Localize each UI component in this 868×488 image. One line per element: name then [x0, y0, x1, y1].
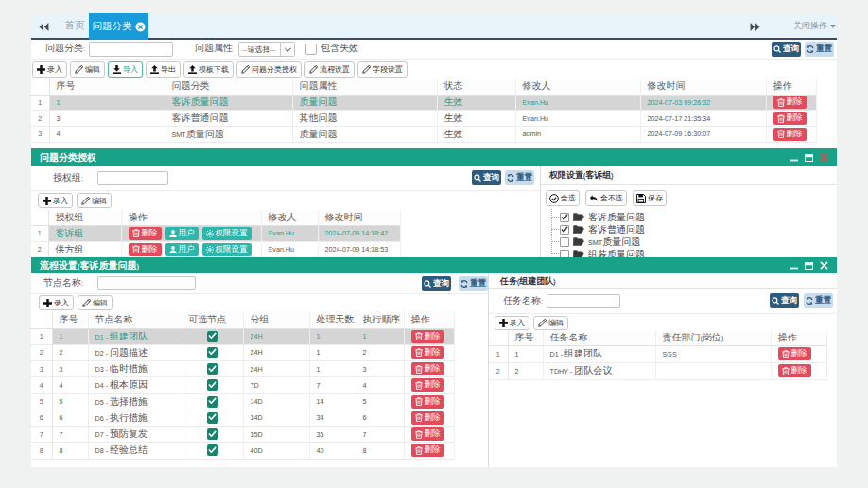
optional-node-checkbox[interactable]	[207, 444, 218, 456]
flow-reset-button[interactable]: 重置	[459, 276, 488, 291]
tree-node[interactable]: SMT质量问题	[560, 235, 837, 248]
task-reset-button[interactable]: 重置	[804, 293, 833, 308]
auth-query-button[interactable]: 查询	[472, 170, 501, 185]
flow-edit-button[interactable]: 编辑	[78, 295, 113, 310]
toolbar-export-button[interactable]: 导出	[146, 61, 181, 78]
table-row[interactable]: 2 2 D2 - 问题描述 24H 1 2 删除	[31, 344, 454, 360]
delete-button[interactable]: 删除	[773, 112, 807, 125]
permission-panel: 权限设置(客诉组) 全选全不选保存 客诉质量问题 客诉普通问题 SMT质量问题 …	[541, 166, 837, 257]
table-row[interactable]: 3 3 D3 - 临时措施 24H 1 3 删除	[31, 361, 454, 377]
include-invalid-checkbox[interactable]	[305, 44, 317, 55]
perm-button[interactable]: 权限设置	[202, 243, 252, 256]
toolbar-field-setting-button[interactable]: 字段设置	[357, 61, 408, 78]
table-row[interactable]: 3 4 SMT质量问题 质量问题 生效 admin 2024-07-09 16:…	[31, 126, 816, 142]
toolbar-edit-button[interactable]: 编辑	[70, 61, 105, 78]
flow-query-button[interactable]: 查询	[422, 276, 451, 291]
table-row[interactable]: 1 1 D1 - 组建团队 SGS 删除	[489, 345, 826, 362]
delete-button[interactable]: 删除	[411, 411, 444, 425]
node-name-input[interactable]	[97, 276, 196, 290]
scroll-tabs-left-icon[interactable]	[39, 23, 49, 31]
delete-button[interactable]: 删除	[129, 243, 162, 256]
tree-node[interactable]: 组装质量问题	[560, 248, 837, 257]
tree-checkbox[interactable]	[560, 250, 569, 258]
tree-checkbox[interactable]	[560, 237, 569, 247]
delete-button[interactable]: 删除	[778, 347, 811, 360]
table-row[interactable]: 2 供方组 删除用户权限设置 Evan.Hu 2024-07-09 14:38:…	[31, 241, 400, 257]
check-icon	[561, 226, 568, 233]
perm-button[interactable]: 权限设置	[202, 227, 252, 240]
optional-node-checkbox[interactable]	[207, 379, 218, 391]
delete-button[interactable]: 删除	[411, 444, 444, 457]
task-query-button[interactable]: 查询	[770, 293, 799, 308]
optional-node-checkbox[interactable]	[207, 428, 218, 440]
cell-node-name: D4 - 根本原因	[88, 377, 182, 393]
tab-problem-category[interactable]: 问题分类	[89, 13, 148, 40]
table-row[interactable]: 5 5 D5 - 选择措施 14D 14 5 删除	[31, 393, 454, 410]
delete-button[interactable]: 删除	[411, 362, 444, 375]
auth-group-input[interactable]	[97, 171, 168, 185]
category-input[interactable]	[89, 42, 173, 57]
select-all-button[interactable]: 全选	[546, 190, 580, 206]
table-row[interactable]: 8 8 D8 - 经验总结 40D 40 8 删除	[31, 443, 454, 459]
delete-button[interactable]: 删除	[129, 227, 162, 240]
optional-node-checkbox[interactable]	[207, 331, 218, 342]
close-icon[interactable]	[820, 153, 828, 162]
table-row[interactable]: 1 客诉组 删除用户权限设置 Evan.Hu 2024-07-09 14:38:…	[31, 225, 400, 241]
flow-dialog-titlebar[interactable]: 流程设置(客诉质量问题)	[31, 257, 837, 273]
attribute-select[interactable]: ---请选择---	[238, 42, 295, 57]
tree-node[interactable]: 客诉普通问题	[560, 223, 837, 235]
user-button[interactable]: 用户	[165, 227, 199, 240]
toolbar-flow-setting-button[interactable]: 流程设置	[304, 61, 355, 78]
delete-button[interactable]: 删除	[411, 395, 444, 409]
row-number-cell: 4	[31, 377, 52, 393]
toolbar-template-download-button[interactable]: 模板下载	[183, 61, 234, 78]
user-button[interactable]: 用户	[165, 243, 199, 256]
delete-button[interactable]: 删除	[773, 96, 807, 109]
optional-node-checkbox[interactable]	[207, 412, 218, 424]
table-row[interactable]: 1 1 客诉质量问题 质量问题 生效 Evan.Hu 2024-07-03 09…	[31, 95, 816, 111]
delete-button[interactable]: 删除	[411, 427, 444, 441]
optional-node-checkbox[interactable]	[207, 363, 218, 375]
toolbar-add-button[interactable]: 录入	[32, 61, 67, 78]
reset-button[interactable]: 重置	[805, 42, 834, 57]
delete-button[interactable]: 删除	[411, 378, 444, 392]
tree-node[interactable]: 客诉质量问题	[560, 211, 837, 223]
minimize-icon[interactable]	[790, 262, 798, 270]
deselect-all-button[interactable]: 全不选	[585, 190, 627, 206]
tab-close-icon[interactable]	[135, 22, 146, 32]
tree-checkbox[interactable]	[560, 225, 569, 235]
auth-reset-button[interactable]: 重置	[505, 170, 534, 185]
auth-dialog-titlebar[interactable]: 问题分类授权	[31, 148, 837, 166]
delete-button[interactable]: 删除	[411, 346, 444, 359]
table-row[interactable]: 1 1 D1 - 组建团队 24H 1 1 删除	[31, 328, 454, 344]
auth-add-button[interactable]: 录入	[38, 193, 73, 208]
delete-button[interactable]: 删除	[773, 128, 807, 141]
task-name-input[interactable]	[547, 294, 620, 308]
table-row[interactable]: 7 7 D7 - 预防复发 35D 35 7 删除	[31, 427, 454, 443]
delete-button[interactable]: 删除	[411, 330, 444, 343]
auth-edit-button[interactable]: 编辑	[77, 193, 112, 208]
save-button[interactable]: 保存	[633, 190, 667, 206]
tree-checkbox[interactable]	[560, 213, 569, 222]
minimize-icon[interactable]	[790, 154, 798, 162]
maximize-icon[interactable]	[805, 154, 813, 162]
task-add-button[interactable]: 录入	[495, 316, 529, 330]
maximize-icon[interactable]	[805, 262, 813, 270]
close-icon[interactable]	[820, 261, 828, 270]
delete-button[interactable]: 删除	[778, 364, 811, 377]
task-edit-button[interactable]: 编辑	[533, 316, 568, 330]
toolbar-category-auth-button[interactable]: 问题分类授权	[236, 61, 302, 78]
toolbar-import-button[interactable]: 导入	[108, 61, 143, 78]
optional-node-checkbox[interactable]	[207, 396, 218, 408]
table-row[interactable]: 6 6 D6 - 执行措施 34D 34 6 删除	[31, 410, 454, 426]
button-label: 查询	[483, 172, 499, 183]
table-row[interactable]: 2 3 客诉普通问题 其他问题 生效 Evan.Hu 2024-07-17 21…	[31, 111, 816, 127]
query-button[interactable]: 查询	[772, 42, 801, 57]
close-operations-dropdown[interactable]: 关闭操作	[793, 15, 836, 38]
tab-home[interactable]: 首页	[61, 15, 89, 38]
optional-node-checkbox[interactable]	[207, 347, 218, 358]
table-row[interactable]: 2 2 TDHY - 团队会议 删除	[489, 362, 826, 379]
flow-add-button[interactable]: 录入	[39, 295, 74, 310]
table-row[interactable]: 4 4 D4 - 根本原因 7D 7 4 删除	[31, 377, 454, 393]
scroll-tabs-right-icon[interactable]	[750, 23, 760, 31]
